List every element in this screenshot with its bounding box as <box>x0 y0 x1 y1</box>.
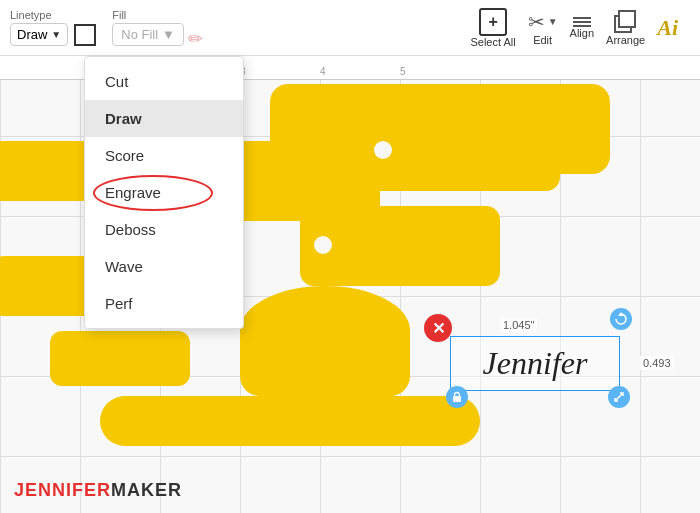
measure-height-label: 0.493 <box>640 356 674 370</box>
lock-handle[interactable] <box>446 386 468 408</box>
pencil-icon: ✏ <box>188 28 202 42</box>
linetype-label: Linetype <box>10 9 52 21</box>
toolbar: Linetype Draw ▼ Fill No Fill ▼ ✏ + Selec… <box>0 0 700 56</box>
dropdown-item-engrave[interactable]: Engrave <box>85 174 243 211</box>
dropdown-item-perf[interactable]: Perf <box>85 285 243 322</box>
arrange-button[interactable]: Arrange <box>606 10 645 46</box>
resize-handle[interactable] <box>608 386 630 408</box>
dropdown-item-score[interactable]: Score <box>85 137 243 174</box>
select-all-label: Select All <box>470 36 515 48</box>
curved-shape <box>240 286 410 396</box>
ruler-mark-5: 5 <box>400 66 406 77</box>
scissors-icon: ✂ <box>528 10 545 34</box>
watermark: JENNIFERMAKER <box>14 480 182 501</box>
fill-value: No Fill <box>121 27 158 42</box>
measure-width-label: 1.045" <box>500 318 537 332</box>
svg-rect-1 <box>453 396 461 402</box>
edit-label: Edit <box>533 34 552 46</box>
tag-shape-3 <box>360 111 560 191</box>
fill-section: Fill No Fill ▼ ✏ <box>112 9 202 46</box>
arrange-label: Arrange <box>606 34 645 46</box>
select-all-icon: + <box>479 8 507 36</box>
dropdown-item-cut[interactable]: Cut <box>85 63 243 100</box>
dropdown-item-draw[interactable]: Draw <box>85 100 243 137</box>
tag-hole-2 <box>314 236 332 254</box>
ruler-mark-4: 4 <box>320 66 326 77</box>
left-shape-3 <box>50 331 190 386</box>
linetype-value: Draw <box>17 27 47 42</box>
edit-icon: ✂ ▼ <box>528 10 558 34</box>
align-icon <box>573 17 591 27</box>
fill-dropdown[interactable]: No Fill ▼ <box>112 23 184 46</box>
fill-square-icon[interactable] <box>74 24 96 46</box>
watermark-jennifer: JENNIFER <box>14 480 111 500</box>
select-all-button[interactable]: + Select All <box>470 8 515 48</box>
jennifer-text: Jennifer <box>483 345 588 382</box>
dropdown-item-deboss[interactable]: Deboss <box>85 211 243 248</box>
ai-logo: Ai <box>657 15 678 41</box>
fill-label: Fill <box>112 9 202 21</box>
rotate-handle[interactable] <box>610 308 632 330</box>
edit-arrow: ▼ <box>548 16 558 27</box>
align-label: Align <box>570 27 594 39</box>
delete-button[interactable]: ✕ <box>424 314 452 342</box>
arrange-icon <box>614 10 638 34</box>
linetype-dropdown-menu: Cut Draw Score Engrave Deboss Wave Perf <box>84 56 244 329</box>
fill-arrow: ▼ <box>162 27 175 42</box>
close-icon: ✕ <box>432 319 445 338</box>
tag-shape-2 <box>300 206 500 286</box>
align-button[interactable]: Align <box>570 17 594 39</box>
dropdown-arrow: ▼ <box>51 29 61 40</box>
watermark-maker: MAKER <box>111 480 182 500</box>
jennifer-selection-box[interactable]: Jennifer <box>450 336 620 391</box>
linetype-dropdown[interactable]: Draw ▼ <box>10 23 68 46</box>
tag-hole-3 <box>374 141 392 159</box>
dropdown-item-wave[interactable]: Wave <box>85 248 243 285</box>
linetype-section: Linetype Draw ▼ <box>10 9 96 46</box>
lock-icon <box>451 391 463 403</box>
resize-icon <box>613 391 625 403</box>
edit-button[interactable]: ✂ ▼ Edit <box>528 10 558 46</box>
rotate-icon <box>614 312 628 326</box>
bone-shape <box>100 396 480 446</box>
arrange-front-rect <box>618 10 636 28</box>
